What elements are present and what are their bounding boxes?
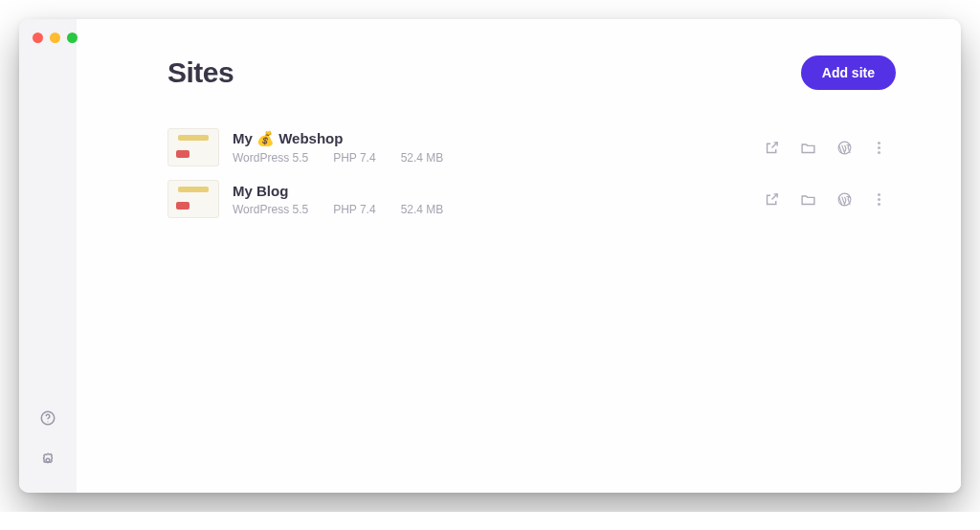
wordpress-icon[interactable] (835, 139, 853, 156)
page-title: Sites (167, 56, 234, 89)
window-controls (33, 33, 78, 43)
sidebar (19, 19, 77, 493)
close-window-button[interactable] (33, 33, 43, 43)
main-content: Sites Add site My 💰 Webshop WordPress 5.… (77, 19, 961, 493)
site-info: My Blog WordPress 5.5 PHP 7.4 52.4 MB (233, 183, 749, 216)
main-header: Sites Add site (167, 55, 896, 90)
site-meta: WordPress 5.5 PHP 7.4 52.4 MB (233, 151, 749, 165)
settings-icon[interactable] (38, 451, 57, 470)
site-actions (763, 139, 886, 156)
help-icon[interactable] (38, 409, 57, 428)
minimize-window-button[interactable] (50, 33, 60, 43)
site-row[interactable]: My 💰 Webshop WordPress 5.5 PHP 7.4 52.4 … (167, 128, 896, 166)
svg-point-1 (47, 421, 48, 422)
site-meta: WordPress 5.5 PHP 7.4 52.4 MB (233, 203, 749, 216)
add-site-button[interactable]: Add site (801, 55, 896, 90)
site-name: My 💰 Webshop (233, 130, 749, 147)
wordpress-icon[interactable] (835, 190, 853, 208)
app-window: Sites Add site My 💰 Webshop WordPress 5.… (19, 19, 961, 493)
site-wordpress-version: WordPress 5.5 (233, 151, 308, 165)
site-thumbnail (167, 180, 219, 218)
site-wordpress-version: WordPress 5.5 (233, 203, 308, 216)
site-list: My 💰 Webshop WordPress 5.5 PHP 7.4 52.4 … (167, 128, 896, 218)
site-info: My 💰 Webshop WordPress 5.5 PHP 7.4 52.4 … (233, 130, 749, 165)
more-options-icon[interactable] (872, 193, 886, 206)
more-options-icon[interactable] (872, 142, 886, 154)
site-thumbnail (167, 128, 219, 166)
folder-icon[interactable] (799, 139, 816, 156)
site-php-version: PHP 7.4 (333, 151, 375, 165)
site-row[interactable]: My Blog WordPress 5.5 PHP 7.4 52.4 MB (167, 180, 896, 218)
maximize-window-button[interactable] (67, 33, 78, 43)
site-name: My Blog (233, 183, 749, 199)
site-size: 52.4 MB (401, 203, 444, 216)
site-size: 52.4 MB (401, 151, 444, 165)
site-actions (763, 190, 886, 208)
folder-icon[interactable] (799, 190, 816, 208)
open-external-icon[interactable] (763, 190, 780, 208)
site-php-version: PHP 7.4 (333, 203, 375, 216)
open-external-icon[interactable] (763, 139, 780, 156)
